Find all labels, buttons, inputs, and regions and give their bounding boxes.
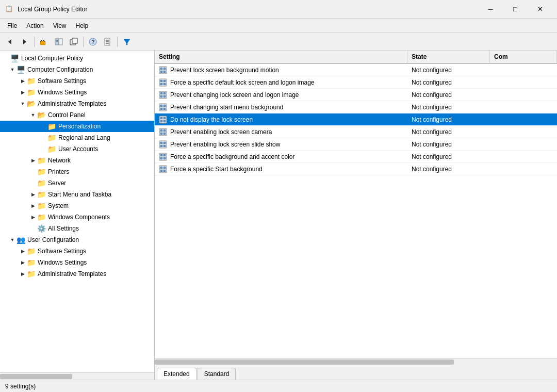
export-button[interactable]: [101, 36, 114, 48]
table-row[interactable]: Prevent changing start menu background N…: [155, 101, 557, 113]
tree-item-start-menu[interactable]: ▶ 📁 Start Menu and Taskba: [0, 189, 154, 200]
tree-item-software-settings[interactable]: ▶ 📁 Software Settings: [0, 75, 154, 87]
table-row[interactable]: Force a specific Start background Not co…: [155, 163, 557, 175]
table-row-selected[interactable]: Do not display the lock screen Not confi…: [155, 113, 557, 126]
col-header-setting[interactable]: Setting: [155, 51, 407, 63]
table-row[interactable]: Prevent enabling lock screen slide show …: [155, 138, 557, 151]
back-button[interactable]: [3, 36, 17, 48]
tree-item-windows-components[interactable]: ▶ 📁 Windows Components: [0, 211, 154, 223]
cell-setting-2: Force a specific default lock screen and…: [155, 77, 407, 88]
filter-button[interactable]: [120, 36, 134, 48]
tree-item-user-config[interactable]: ▼ 👥 User Configuration: [0, 234, 154, 246]
table-row[interactable]: Force a specific background and accent c…: [155, 151, 557, 163]
server-icon: 📁: [37, 179, 46, 187]
table-body: Prevent lock screen background motion No…: [155, 64, 557, 358]
user-accounts-label: User Accounts: [58, 145, 98, 153]
policy-icon-6: [159, 128, 167, 136]
minimize-button[interactable]: ─: [479, 3, 502, 16]
left-hscrollbar-thumb[interactable]: [0, 374, 72, 379]
network-label: Network: [48, 157, 71, 164]
tree-item-control-panel[interactable]: ▼ 📂 Control Panel: [0, 109, 154, 121]
tree-item-user-windows[interactable]: ▶ 📁 Windows Settings: [0, 257, 154, 268]
tree-item-regional[interactable]: 📁 Regional and Lang: [0, 132, 154, 143]
right-hscrollbar[interactable]: [155, 358, 557, 365]
toolbar-sep-1: [34, 37, 35, 47]
bottom-tabs: Extended Standard: [155, 365, 557, 380]
tree-item-server[interactable]: 📁 Server: [0, 177, 154, 189]
tab-extended[interactable]: Extended: [157, 368, 196, 380]
cell-comment-5: [490, 118, 557, 121]
main-area: 🖥️ Local Computer Policy ▼ 🖥️ Computer C…: [0, 51, 557, 380]
window-title: Local Group Policy Editor: [18, 6, 479, 13]
system-label: System: [48, 202, 69, 209]
tree-item-all-settings[interactable]: ⚙️ All Settings: [0, 223, 154, 234]
menu-view[interactable]: View: [49, 21, 71, 31]
cell-comment-6: [490, 130, 557, 134]
table-row[interactable]: Prevent lock screen background motion No…: [155, 64, 557, 76]
cell-state-6: Not configured: [407, 127, 490, 137]
table-row[interactable]: Prevent enabling lock screen camera Not …: [155, 126, 557, 138]
userwindows-expand: ▶: [19, 258, 27, 267]
table-row[interactable]: Force a specific default lock screen and…: [155, 76, 557, 89]
tree-item-system[interactable]: ▶ 📁 System: [0, 200, 154, 211]
table-row[interactable]: Prevent changing lock screen and logon i…: [155, 89, 557, 101]
row2-setting-text: Force a specific default lock screen and…: [170, 79, 315, 86]
cell-setting-6: Prevent enabling lock screen camera: [155, 126, 407, 138]
help-button[interactable]: ?: [86, 36, 100, 48]
col-header-state[interactable]: State: [407, 51, 490, 63]
tab-standard[interactable]: Standard: [198, 368, 236, 380]
svg-rect-52: [160, 154, 162, 156]
policy-icon-4: [159, 103, 167, 111]
tree-item-computer-config[interactable]: ▼ 🖥️ Computer Configuration: [0, 64, 154, 75]
svg-rect-59: [160, 170, 162, 172]
userwindows-icon: 📁: [27, 258, 36, 267]
printers-icon: 📁: [37, 168, 46, 176]
system-expand: ▶: [29, 202, 37, 210]
toolbar-sep-3: [117, 37, 118, 47]
tree-item-admin-templates[interactable]: ▼ 📂 Administrative Templates: [0, 98, 154, 109]
left-hscrollbar[interactable]: [0, 372, 154, 380]
svg-rect-23: [163, 80, 166, 82]
right-hscrollbar-thumb[interactable]: [155, 360, 454, 365]
cell-comment-1: [490, 69, 557, 72]
close-button[interactable]: ✕: [528, 3, 552, 16]
toolbar-sep-2: [83, 37, 84, 47]
tree-item-network[interactable]: ▶ 📁 Network: [0, 155, 154, 166]
svg-rect-48: [163, 142, 166, 144]
computer-config-icon: 🖥️: [17, 66, 25, 74]
menu-action[interactable]: Action: [22, 21, 47, 31]
right-panel: Setting State Com Prevent lock screen ba…: [155, 51, 557, 380]
svg-rect-4: [59, 39, 62, 45]
tree-root[interactable]: 🖥️ Local Computer Policy: [0, 53, 154, 64]
system-icon: 📁: [37, 202, 46, 210]
tree-item-windows-settings[interactable]: ▶ 📁 Windows Settings: [0, 87, 154, 98]
svg-rect-18: [163, 68, 166, 70]
maximize-button[interactable]: □: [503, 3, 527, 16]
control-panel-label: Control Panel: [48, 111, 86, 119]
new-window-button[interactable]: [67, 36, 80, 48]
right-hscrollbar-track: [155, 358, 557, 366]
tree-item-user-accounts[interactable]: 📁 User Accounts: [0, 143, 154, 155]
row3-setting-text: Prevent changing lock screen and logon i…: [170, 91, 299, 99]
windows-settings-label: Windows Settings: [38, 89, 87, 96]
tree-item-personalization[interactable]: 📁 Personalization: [0, 121, 154, 132]
regional-icon: 📁: [47, 134, 56, 142]
svg-rect-8: [72, 38, 77, 43]
tree-item-printers[interactable]: 📁 Printers: [0, 166, 154, 177]
server-expand: [29, 179, 37, 187]
show-hide-button[interactable]: [52, 36, 65, 48]
status-bar: 9 setting(s): [0, 380, 557, 392]
tree-item-user-software[interactable]: ▶ 📁 Software Settings: [0, 246, 154, 257]
cell-setting-8: Force a specific background and accent c…: [155, 151, 407, 162]
col-header-comment[interactable]: Com: [490, 51, 557, 63]
cell-setting-3: Prevent changing lock screen and logon i…: [155, 89, 407, 101]
menu-file[interactable]: File: [3, 21, 21, 31]
folder-up-button[interactable]: [37, 36, 51, 48]
cell-setting-5: Do not display the lock screen: [155, 114, 407, 125]
allsettings-expand: [29, 224, 37, 233]
menu-help[interactable]: Help: [72, 21, 93, 31]
tree-item-user-admin[interactable]: ▶ 📁 Administrative Templates: [0, 268, 154, 280]
usersoftware-expand: ▶: [19, 247, 27, 255]
forward-button[interactable]: [18, 36, 31, 48]
policy-icon-7: [159, 140, 167, 149]
